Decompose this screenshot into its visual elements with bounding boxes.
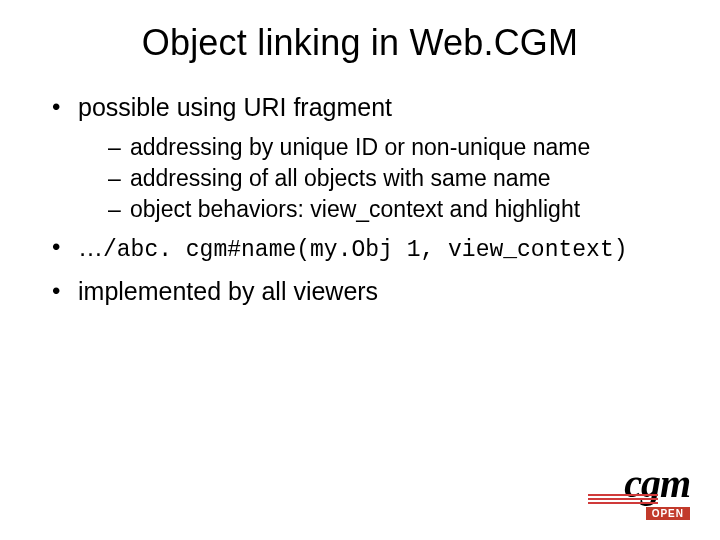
sub-bullet-addressing-id: addressing by unique ID or non-unique na…	[108, 133, 686, 162]
cgm-open-logo: cgm OPEN	[594, 464, 690, 520]
bullet-list: possible using URI fragment addressing b…	[46, 92, 686, 308]
ellipsis-text: …	[78, 233, 103, 261]
code-fragment: /abc. cgm#name(my.Obj 1, view_context)	[103, 237, 628, 263]
sub-bullet-addressing-all: addressing of all objects with same name	[108, 164, 686, 193]
bullet-implemented: implemented by all viewers	[46, 276, 686, 307]
sub-bullet-list: addressing by unique ID or non-unique na…	[78, 133, 686, 223]
slide-body: possible using URI fragment addressing b…	[46, 92, 686, 314]
bullet-uri-example: …/abc. cgm#name(my.Obj 1, view_context)	[46, 232, 686, 265]
bullet-possible: possible using URI fragment addressing b…	[46, 92, 686, 224]
sub-bullet-behaviors: object behaviors: view_context and highl…	[108, 195, 686, 224]
bullet-text: possible using URI fragment	[78, 93, 392, 121]
slide-title: Object linking in Web.CGM	[0, 22, 720, 64]
slide: Object linking in Web.CGM possible using…	[0, 0, 720, 540]
logo-stripes-icon	[588, 494, 658, 506]
logo-tag: OPEN	[646, 507, 690, 520]
